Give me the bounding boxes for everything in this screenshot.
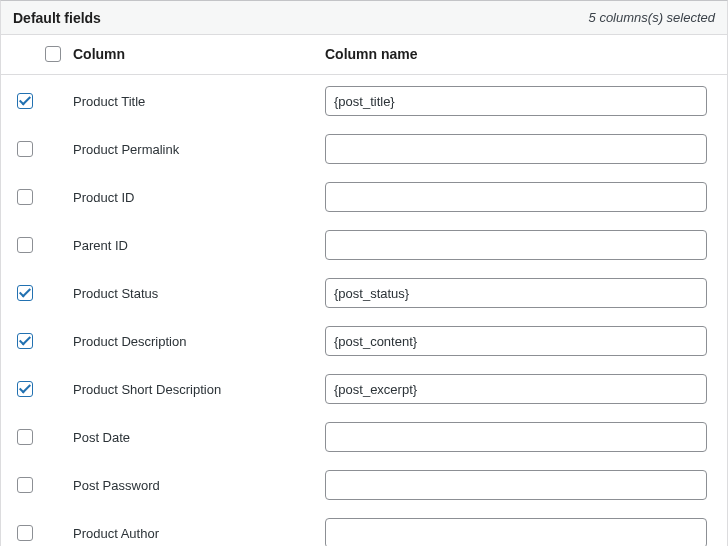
- table-header-row: Column Column name: [1, 35, 727, 75]
- row-checkbox[interactable]: [17, 237, 33, 253]
- row-check-cell: [15, 525, 73, 541]
- row-label: Post Date: [73, 430, 325, 445]
- table-row: Post Password: [1, 461, 727, 509]
- row-label: Product Title: [73, 94, 325, 109]
- row-input-cell: [325, 470, 717, 500]
- row-input-cell: [325, 518, 717, 546]
- table-row: Product Status: [1, 269, 727, 317]
- row-input-cell: [325, 326, 717, 356]
- row-check-cell: [15, 477, 73, 493]
- row-label: Product Status: [73, 286, 325, 301]
- column-name-input[interactable]: [325, 278, 707, 308]
- column-name-input[interactable]: [325, 134, 707, 164]
- header-column-name: Column name: [325, 46, 717, 62]
- row-input-cell: [325, 134, 717, 164]
- row-input-cell: [325, 182, 717, 212]
- row-label: Product ID: [73, 190, 325, 205]
- table-row: Product Title: [1, 77, 727, 125]
- table-row: Product Author: [1, 509, 727, 546]
- panel-title: Default fields: [13, 10, 101, 26]
- row-check-cell: [15, 333, 73, 349]
- row-label: Post Password: [73, 478, 325, 493]
- panel-header: Default fields 5 columns(s) selected: [1, 1, 727, 35]
- row-checkbox[interactable]: [17, 381, 33, 397]
- column-name-input[interactable]: [325, 374, 707, 404]
- rows-container: Product TitleProduct PermalinkProduct ID…: [1, 75, 727, 546]
- table-row: Product ID: [1, 173, 727, 221]
- row-input-cell: [325, 422, 717, 452]
- row-input-cell: [325, 86, 717, 116]
- row-check-cell: [15, 429, 73, 445]
- column-name-input[interactable]: [325, 86, 707, 116]
- row-input-cell: [325, 230, 717, 260]
- column-name-input[interactable]: [325, 230, 707, 260]
- table-row: Product Description: [1, 317, 727, 365]
- row-checkbox[interactable]: [17, 429, 33, 445]
- column-name-input[interactable]: [325, 518, 707, 546]
- row-input-cell: [325, 374, 717, 404]
- row-label: Product Permalink: [73, 142, 325, 157]
- column-name-input[interactable]: [325, 470, 707, 500]
- row-input-cell: [325, 278, 717, 308]
- row-check-cell: [15, 381, 73, 397]
- row-check-cell: [15, 285, 73, 301]
- selected-count: 5 columns(s) selected: [589, 10, 715, 25]
- row-label: Product Description: [73, 334, 325, 349]
- row-check-cell: [15, 141, 73, 157]
- column-name-input[interactable]: [325, 182, 707, 212]
- table-row: Product Permalink: [1, 125, 727, 173]
- header-column: Column: [73, 46, 325, 62]
- row-checkbox[interactable]: [17, 525, 33, 541]
- row-label: Product Author: [73, 526, 325, 541]
- row-check-cell: [15, 93, 73, 109]
- row-checkbox[interactable]: [17, 477, 33, 493]
- column-name-input[interactable]: [325, 326, 707, 356]
- row-checkbox[interactable]: [17, 141, 33, 157]
- column-name-input[interactable]: [325, 422, 707, 452]
- row-checkbox[interactable]: [17, 333, 33, 349]
- row-checkbox[interactable]: [17, 93, 33, 109]
- row-check-cell: [15, 237, 73, 253]
- table-row: Product Short Description: [1, 365, 727, 413]
- select-all-checkbox[interactable]: [45, 46, 61, 62]
- select-all-cell: [15, 46, 73, 62]
- row-label: Parent ID: [73, 238, 325, 253]
- table-row: Post Date: [1, 413, 727, 461]
- row-check-cell: [15, 189, 73, 205]
- default-fields-panel: Default fields 5 columns(s) selected Col…: [0, 0, 728, 546]
- table-row: Parent ID: [1, 221, 727, 269]
- row-checkbox[interactable]: [17, 189, 33, 205]
- row-label: Product Short Description: [73, 382, 325, 397]
- row-checkbox[interactable]: [17, 285, 33, 301]
